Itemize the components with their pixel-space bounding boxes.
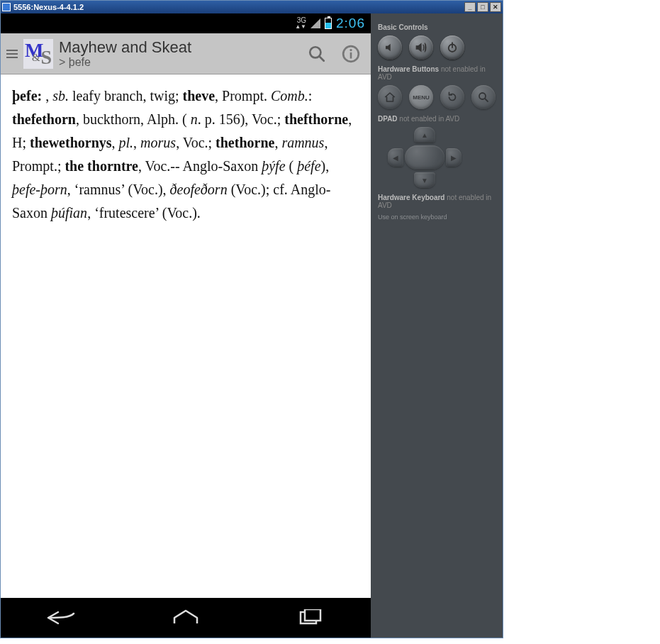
volume-up-button[interactable]	[409, 35, 433, 60]
volume-down-button[interactable]	[378, 35, 402, 60]
recents-button[interactable]	[274, 609, 345, 626]
window-maximize-button[interactable]: □	[477, 2, 488, 12]
dpad: ▲ ▼ ◀ ▶	[382, 127, 467, 188]
back-icon	[45, 609, 79, 626]
dpad-right[interactable]: ▶	[446, 148, 462, 167]
dpad-down[interactable]: ▼	[414, 172, 435, 188]
search-icon	[477, 91, 490, 104]
hardware-buttons-label: Hardware Buttons not enabled in AVD	[378, 65, 496, 81]
dictionary-entry: þefe: , sb. leafy branch, twig; theve, P…	[1, 74, 371, 598]
svg-line-10	[485, 99, 488, 101]
hw-search-button[interactable]	[471, 85, 496, 109]
menu-icon[interactable]	[6, 50, 18, 58]
volume-high-icon	[415, 41, 427, 54]
hw-menu-button[interactable]: MENU	[409, 85, 433, 109]
emulator-side-panel: Basic Controls Hardware Buttons not enab…	[371, 13, 503, 638]
battery-icon	[325, 18, 332, 29]
android-nav-bar	[1, 598, 371, 638]
titlebar-app-icon	[2, 3, 11, 11]
hw-keyboard-label: Hardware Keyboard not enabled in AVD	[378, 194, 496, 209]
info-button[interactable]	[337, 40, 365, 68]
android-status-bar: 3G ▲▼ 2:06	[1, 13, 371, 33]
volume-low-icon	[384, 41, 396, 54]
window-titlebar: 5556:Nexus-4-4.1.2 _ □ ✕	[1, 1, 503, 13]
menu-label: MENU	[413, 94, 430, 101]
recents-icon	[292, 609, 326, 626]
basic-controls-label: Basic Controls	[378, 23, 496, 31]
device-screen: 3G ▲▼ 2:06 M & S Mayhew and Skeat > þefe	[1, 13, 371, 638]
app-subtitle: > þefe	[59, 56, 297, 69]
hw-back-button[interactable]	[440, 85, 464, 109]
back-button[interactable]	[27, 609, 98, 626]
svg-rect-4	[350, 52, 352, 58]
dpad-center[interactable]	[405, 145, 444, 170]
window-title: 5556:Nexus-4-4.1.2	[13, 3, 84, 11]
signal-icon	[311, 18, 320, 28]
action-bar: M & S Mayhew and Skeat > þefe	[1, 33, 371, 74]
window-close-button[interactable]: ✕	[490, 2, 501, 12]
svg-rect-6	[305, 609, 320, 621]
network-indicator: 3G ▲▼	[295, 17, 306, 30]
dpad-left[interactable]: ◀	[388, 148, 403, 167]
info-icon	[342, 45, 360, 63]
emulator-window: 5556:Nexus-4-4.1.2 _ □ ✕ 3G ▲▼ 2:06 M &	[0, 0, 503, 638]
hw-home-button[interactable]	[378, 85, 402, 109]
svg-point-3	[349, 48, 352, 50]
window-minimize-button[interactable]: _	[464, 2, 476, 12]
search-button[interactable]	[303, 40, 331, 68]
power-button[interactable]	[440, 35, 464, 60]
hw-keyboard-note: Use on screen keyboard	[378, 213, 496, 222]
app-logo: M & S	[23, 39, 53, 69]
svg-line-1	[319, 56, 324, 61]
rotate-back-icon	[446, 91, 459, 104]
status-clock: 2:06	[336, 16, 365, 31]
home-icon	[384, 91, 396, 104]
dpad-label: DPAD not enabled in AVD	[378, 115, 496, 123]
power-icon	[446, 41, 459, 54]
home-button[interactable]	[150, 609, 221, 626]
dpad-up[interactable]: ▲	[414, 127, 435, 143]
search-icon	[308, 45, 326, 63]
app-title: Mayhew and Skeat	[59, 38, 297, 56]
home-icon	[169, 609, 203, 626]
headword: þefe:	[12, 88, 42, 104]
